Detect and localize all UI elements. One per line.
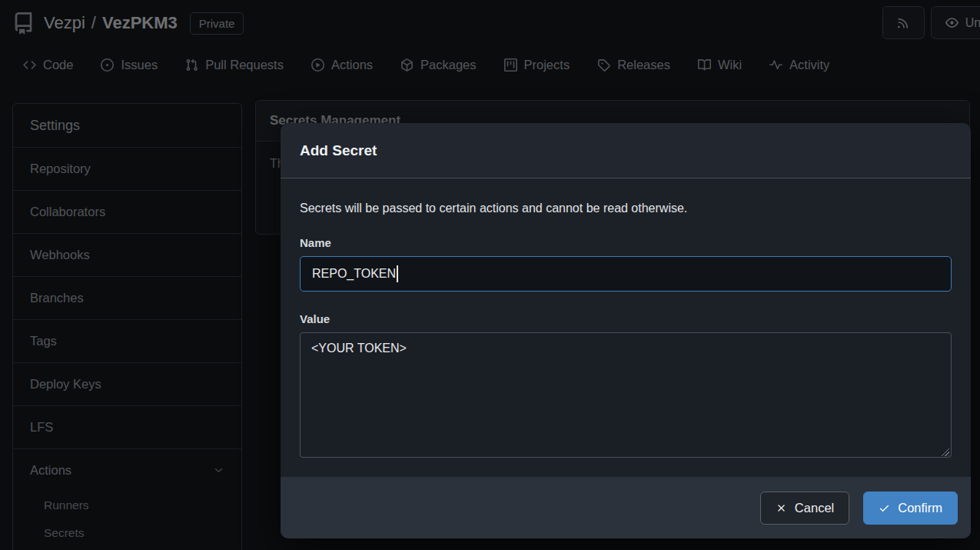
name-field-label: Name xyxy=(300,236,952,249)
value-field-label: Value xyxy=(300,312,952,325)
modal-title: Add Secret xyxy=(281,123,971,178)
modal-description: Secrets will be passed to certain action… xyxy=(300,202,952,215)
confirm-button-label: Confirm xyxy=(898,501,942,515)
modal-footer: Cancel Confirm xyxy=(281,477,971,538)
secret-value-wrap: <YOUR TOKEN> xyxy=(300,332,952,461)
x-icon xyxy=(776,502,787,514)
secret-name-input[interactable]: REPO_TOKEN xyxy=(300,256,952,292)
confirm-button[interactable]: Confirm xyxy=(863,492,958,525)
cancel-button-label: Cancel xyxy=(795,501,834,515)
modal-body: Secrets will be passed to certain action… xyxy=(281,178,971,477)
secret-value-textarea[interactable]: <YOUR TOKEN> xyxy=(300,332,952,458)
check-icon xyxy=(879,502,890,514)
add-secret-modal: Add Secret Secrets will be passed to cer… xyxy=(281,123,971,538)
cancel-button[interactable]: Cancel xyxy=(760,492,849,525)
text-caret xyxy=(397,265,398,282)
secret-name-input-value: REPO_TOKEN xyxy=(312,267,396,281)
